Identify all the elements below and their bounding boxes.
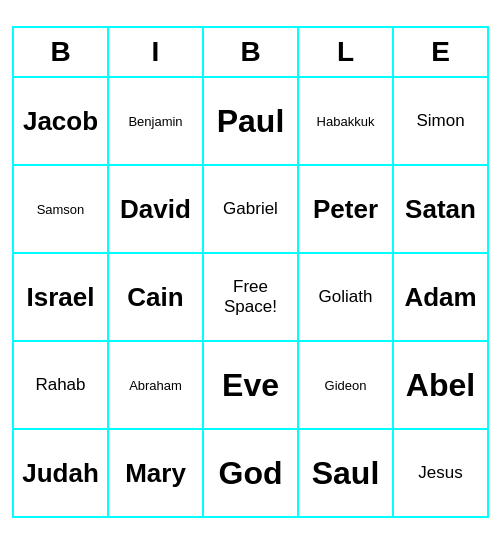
grid-cell-0-3: Habakkuk [299, 78, 394, 166]
grid-cell-3-0: Rahab [14, 342, 109, 430]
grid-cell-3-3: Gideon [299, 342, 394, 430]
grid-row-3: RahabAbrahamEveGideonAbel [14, 342, 489, 430]
header-row: BIBLE [14, 28, 489, 78]
grid-cell-2-4: Adam [394, 254, 489, 342]
grid-cell-0-0: Jacob [14, 78, 109, 166]
bingo-card: BIBLE JacobBenjaminPaulHabakkukSimonSams… [12, 26, 489, 518]
grid-cell-4-1: Mary [109, 430, 204, 518]
grid-cell-2-2: Free Space! [204, 254, 299, 342]
header-cell-B-0: B [14, 28, 109, 78]
grid-row-1: SamsonDavidGabrielPeterSatan [14, 166, 489, 254]
grid-cell-1-2: Gabriel [204, 166, 299, 254]
grid-cell-1-3: Peter [299, 166, 394, 254]
header-cell-L-3: L [299, 28, 394, 78]
grid-cell-4-2: God [204, 430, 299, 518]
grid-cell-1-0: Samson [14, 166, 109, 254]
header-cell-E-4: E [394, 28, 489, 78]
grid-row-2: IsraelCainFree Space!GoliathAdam [14, 254, 489, 342]
grid-row-0: JacobBenjaminPaulHabakkukSimon [14, 78, 489, 166]
grid-cell-0-2: Paul [204, 78, 299, 166]
grid-cell-2-1: Cain [109, 254, 204, 342]
grid-cell-1-4: Satan [394, 166, 489, 254]
header-cell-I-1: I [109, 28, 204, 78]
grid-row-4: JudahMaryGodSaulJesus [14, 430, 489, 518]
header-cell-B-2: B [204, 28, 299, 78]
grid-cell-2-3: Goliath [299, 254, 394, 342]
grid-cell-3-4: Abel [394, 342, 489, 430]
grid-cell-4-0: Judah [14, 430, 109, 518]
grid-cell-3-1: Abraham [109, 342, 204, 430]
grid-cell-0-4: Simon [394, 78, 489, 166]
grid-cell-3-2: Eve [204, 342, 299, 430]
grid-cell-2-0: Israel [14, 254, 109, 342]
grid-cell-4-4: Jesus [394, 430, 489, 518]
grid-cell-4-3: Saul [299, 430, 394, 518]
grid-cell-0-1: Benjamin [109, 78, 204, 166]
grid-cell-1-1: David [109, 166, 204, 254]
